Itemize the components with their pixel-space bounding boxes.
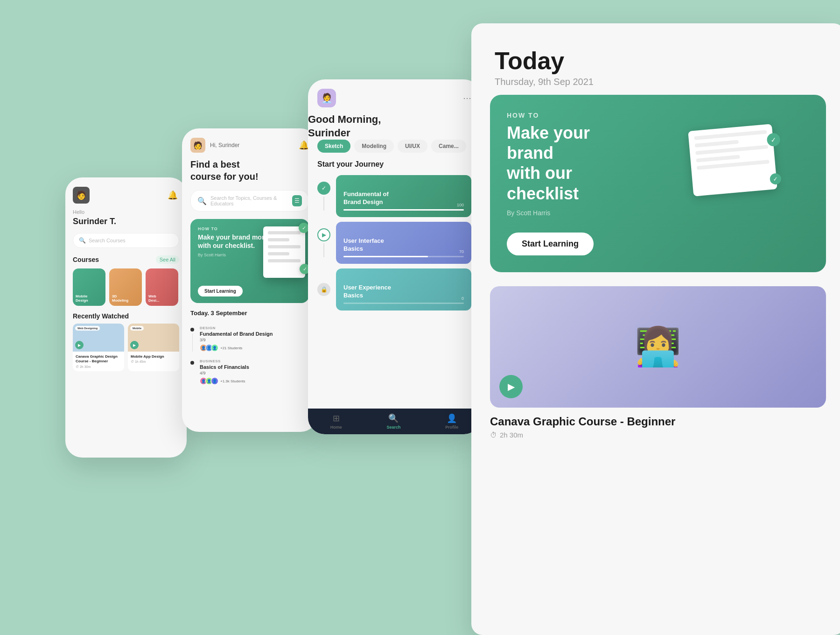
s3-search-label: Search <box>386 425 400 430</box>
s2-today-label: Today. 3 September <box>182 310 317 322</box>
s1-watched-time-1: ⏱ 2h 30m <box>76 365 121 368</box>
screen-4: Today Thursday, 9th Sep 2021 HOW TO Make… <box>471 23 840 635</box>
s3-nav-profile[interactable]: 👤 Profile <box>445 413 458 430</box>
s1-badge-1: Web Designing <box>75 326 100 331</box>
s2-item-progress-2: 4/9 <box>200 371 309 375</box>
s3-greeting: Good Morning,Surinder <box>308 113 481 140</box>
cl-line-3 <box>268 245 301 248</box>
s3-progress-bar-3: 0 <box>343 303 464 304</box>
s1-play-2[interactable]: ▶ <box>130 341 139 349</box>
s3-avatar: 🧑‍💼 <box>317 89 336 107</box>
s2-bell-icon[interactable]: 🔔 <box>299 140 309 150</box>
s2-dot-2 <box>190 361 194 365</box>
s3-card-2[interactable]: User InterfaceBasics 70 <box>336 222 471 264</box>
s1-search-bar[interactable]: 🔍 Search Courses <box>73 233 179 248</box>
s2-dot-1 <box>190 328 194 332</box>
s1-greeting: Hello <box>65 209 187 217</box>
s4-second-play-btn[interactable]: ▶ <box>499 375 523 398</box>
cl-check-2: ✓ <box>300 264 309 274</box>
s3-tab-uiux[interactable]: UI/UX <box>398 140 427 153</box>
s1-thumb-2: Mobile ▶ <box>128 324 179 352</box>
s1-watched-time-2: ⏱ 1h 45m <box>131 360 176 363</box>
s2-item-title-2: Basics of Financials <box>200 364 309 370</box>
s1-watched-item-1[interactable]: Web Designing ▶ Canava Graphic Design Co… <box>73 324 124 371</box>
s2-schedule-item-2: BUSINESS Basics of Financials 4/9 👤 👤 👤 … <box>182 355 317 388</box>
s3-step-circle-3: 🔒 <box>317 283 330 296</box>
s2-avatar-1c: 👤 <box>211 344 218 352</box>
s3-card-title-2: User InterfaceBasics <box>343 237 464 253</box>
s4-start-learning-btn[interactable]: Start Learning <box>507 233 594 255</box>
s3-tab-sketch[interactable]: Sketch <box>317 140 350 153</box>
s1-course-web[interactable]: WebDesi... <box>146 268 178 306</box>
s3-journey-item-2: ▶ User InterfaceBasics 70 <box>317 222 471 264</box>
s3-progress-bar-2: 70 <box>343 256 464 257</box>
s2-search-placeholder: Search for Topics, Courses & Educators <box>210 195 288 206</box>
cl-check-1: ✓ <box>299 223 309 233</box>
s3-journey-title: Start your Journey <box>308 160 481 175</box>
s2-start-learning-btn[interactable]: Start Learning <box>198 286 243 296</box>
s3-progress-pct-2: 70 <box>459 249 464 254</box>
s1-thumb-1: Web Designing ▶ <box>73 324 124 352</box>
s2-search-bar[interactable]: 🔍 Search for Topics, Courses & Educators… <box>190 190 309 212</box>
s1-watched-title-1: Canava Graphic Design Course - Beginner <box>76 354 121 364</box>
s2-students-1: +21 Students <box>220 346 242 350</box>
s2-filter-icon[interactable]: ☰ <box>292 195 302 206</box>
s3-card-3[interactable]: User ExperienceBasics 0 <box>336 268 471 310</box>
s2-banner-visual: ✓ ✓ <box>263 226 305 278</box>
s4-date-subtitle: Thursday, 9th Sep 2021 <box>495 77 821 87</box>
s3-journey-item-3: 🔒 User ExperienceBasics 0 <box>317 268 471 310</box>
s2-item-content-1: DESIGN Fundamental of Brand Design 3/9 👤… <box>200 326 309 352</box>
cl-line-5 <box>268 259 301 262</box>
s1-see-all-btn[interactable]: See All <box>156 255 179 264</box>
s3-bottom-nav: ⊞ Home 🔍 Search 👤 Profile <box>308 409 481 434</box>
s3-step-2: ▶ <box>317 228 330 257</box>
s3-nav-search[interactable]: 🔍 Search <box>386 413 400 430</box>
s1-courses-title: Courses <box>73 256 99 263</box>
s2-header: 🧑 Hi, Surinder 🔔 <box>182 128 317 158</box>
s1-watched-item-2[interactable]: Mobile ▶ Mobile App Design ⏱ 1h 45m <box>128 324 179 371</box>
s3-search-icon: 🔍 <box>388 413 399 423</box>
s1-play-1[interactable]: ▶ <box>75 341 84 349</box>
s3-step-circle-1: ✓ <box>317 182 330 195</box>
s4-main-banner: HOW TO Make your brandwith our checklist… <box>490 95 826 272</box>
s1-course-mobile[interactable]: MobileDesign <box>73 268 105 306</box>
s3-icons: ⋯ <box>463 93 471 103</box>
s3-progress-pct-1: 100 <box>457 203 464 207</box>
s3-step-3: 🔒 <box>317 283 330 296</box>
s4-time-value: 2h 30m <box>500 431 523 439</box>
s1-recently-title: Recently Watched <box>65 306 187 324</box>
s3-progress-bar-1: 100 <box>343 209 464 211</box>
s3-nav-home[interactable]: ⊞ Home <box>330 413 342 430</box>
s4-second-thumb-bg: 👩‍💻 <box>490 286 826 408</box>
s2-avatar-2c: 👤 <box>211 377 218 385</box>
cl-line-2 <box>268 238 289 241</box>
s3-step-1: ✓ <box>317 182 330 211</box>
s3-tabs: Sketch Modeling UI/UX Came... <box>308 140 481 160</box>
s1-username: Surinder T. <box>65 217 187 233</box>
s2-search-icon: 🔍 <box>197 197 207 205</box>
s3-tab-modeling[interactable]: Modeling <box>354 140 394 153</box>
s3-home-icon: ⊞ <box>333 413 340 423</box>
s4-second-info: Canava Graphic Course - Beginner ⏱ 2h 30… <box>490 415 826 439</box>
s3-tab-camera[interactable]: Came... <box>431 140 466 153</box>
s4-banner-by: By Scott Harris <box>507 209 809 217</box>
s1-bell-icon[interactable]: 🔔 <box>166 189 179 202</box>
s1-course-3d[interactable]: 3DModeling <box>109 268 142 306</box>
s2-dot-col-2 <box>190 359 194 385</box>
s4-second-title: Canava Graphic Course - Beginner <box>490 415 826 428</box>
s2-avatar: 🧑 <box>190 138 205 153</box>
s4-today-title: Today <box>495 47 821 75</box>
s1-search-icon: 🔍 <box>79 237 86 244</box>
s3-progress-pct-3: 0 <box>462 296 464 301</box>
s1-avatar: 🧑 <box>73 187 90 204</box>
s1-courses-list: MobileDesign 3DModeling WebDesi... <box>65 268 187 306</box>
s4-person-illustration: 👩‍💻 <box>635 325 681 369</box>
s2-hi: Hi, Surinder <box>210 142 239 148</box>
s3-step-line-1 <box>323 197 324 211</box>
s4-second-content: 👩‍💻 ▶ Canava Graphic Course - Beginner ⏱… <box>471 286 840 453</box>
s2-line-1 <box>192 333 193 352</box>
s1-watched-info-1: Canava Graphic Design Course - Beginner … <box>73 352 124 371</box>
s2-item-title-1: Fundamental of Brand Design <box>200 331 309 337</box>
s3-card-1[interactable]: Fundamental ofBrand Design 100 <box>336 175 471 217</box>
s1-course-mobile-label: MobileDesign <box>76 294 88 303</box>
